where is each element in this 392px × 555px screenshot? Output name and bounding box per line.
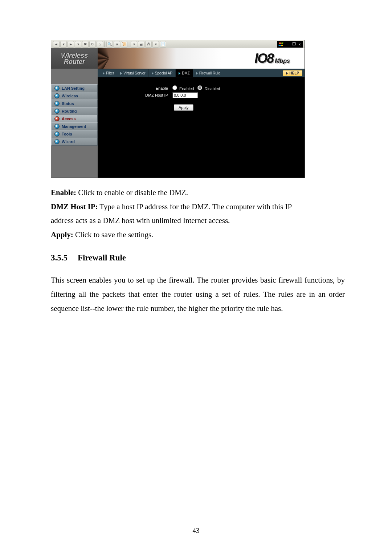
- sidebar-nav: LAN Setting Wireless Status Routing Acce…: [51, 85, 98, 146]
- enable-label: Enable: [109, 85, 170, 92]
- sidebar-item-label: Access: [62, 117, 76, 121]
- browser-toolbar: ◄ ▾ ► ▾ ✖ ⟳ ⌂ 🔍 ★ 📜 ▾ 🖨 W ▾ 📄 – ❐ ×: [51, 40, 305, 48]
- sidebar-item-lan-setting[interactable]: LAN Setting: [51, 84, 98, 92]
- tab-label: Filter: [106, 71, 114, 75]
- bullet-icon: [54, 101, 60, 106]
- forward-icon[interactable]: ►: [68, 41, 74, 48]
- back-icon[interactable]: ◄: [53, 41, 60, 48]
- section-number: 3.5.5: [51, 251, 68, 264]
- sidebar-item-status[interactable]: Status: [51, 100, 98, 108]
- bullet-icon: [54, 124, 60, 129]
- tab-firewall-rule[interactable]: Firewall Rule: [193, 69, 224, 77]
- section-paragraph: This screen enables you to set up the fi…: [51, 273, 345, 316]
- sidebar-item-label: Status: [62, 101, 74, 106]
- apply-def-term: Apply:: [51, 230, 73, 239]
- favorites-icon[interactable]: ★: [114, 41, 120, 48]
- word-icon[interactable]: W: [145, 41, 152, 48]
- sidebar-item-management[interactable]: Management: [51, 122, 98, 130]
- radio-enabled-label: Enabled: [179, 86, 194, 91]
- bullet-icon: [54, 131, 60, 137]
- sidebar-item-access[interactable]: Access: [51, 115, 98, 123]
- dmz-host-ip-label: DMZ Host IP: [109, 92, 170, 99]
- refresh-icon[interactable]: ⟳: [89, 41, 96, 48]
- mail-icon[interactable]: ▾: [131, 41, 137, 48]
- tab-arrow-icon: [152, 72, 154, 75]
- section-title: Firewall Rule: [78, 251, 126, 264]
- tab-virtual-server[interactable]: Virtual Server: [117, 69, 148, 77]
- home-icon[interactable]: ⌂: [97, 41, 103, 48]
- close-icon[interactable]: ×: [299, 42, 301, 46]
- router-banner: Wireless Router IO8Mbps: [51, 48, 305, 69]
- page-number: 43: [0, 527, 392, 535]
- minimize-icon[interactable]: –: [287, 42, 289, 46]
- tab-dmz[interactable]: DMZ: [176, 69, 193, 77]
- stop-icon[interactable]: ✖: [82, 41, 89, 48]
- toolbar-sep: [129, 41, 129, 47]
- sidebar-item-label: Tools: [62, 132, 72, 136]
- section-heading: 3.5.5 Firewall Rule: [51, 251, 345, 264]
- enable-def-text: Click to enable or disable the DMZ.: [76, 188, 188, 197]
- document-body: Enable: Click to enable or disable the D…: [51, 187, 345, 315]
- tab-label: Virtual Server: [123, 71, 145, 75]
- sidebar-item-label: Wireless: [62, 94, 78, 98]
- word-menu-icon[interactable]: ▾: [152, 41, 159, 48]
- tab-arrow-icon: [120, 72, 122, 75]
- brand-line2: Router: [64, 58, 85, 66]
- tab-arrow-icon: [103, 72, 105, 75]
- sidebar-item-label: Wizard: [62, 139, 75, 144]
- speed-unit: Mbps: [275, 58, 290, 64]
- radio-disabled-input[interactable]: [197, 85, 202, 90]
- tab-bar: Filter Virtual Server Special AP DMZ Fir…: [98, 69, 305, 77]
- dmz-def-term: DMZ Host IP:: [51, 202, 98, 211]
- tab-arrow-icon: [179, 72, 180, 75]
- tab-filter[interactable]: Filter: [100, 69, 117, 77]
- dmz-def-text-2: address acts as a DMZ host with unlimite…: [51, 215, 345, 227]
- sidebar-item-wizard[interactable]: Wizard: [51, 138, 98, 146]
- windows-flag-icon: [277, 41, 285, 48]
- help-arrow-icon: [286, 72, 288, 75]
- apply-button[interactable]: Apply: [174, 104, 193, 111]
- enable-def-term: Enable:: [51, 188, 76, 197]
- fwd-menu-icon[interactable]: ▾: [75, 41, 81, 48]
- print-icon[interactable]: 🖨: [138, 41, 144, 48]
- speed-label: IO8Mbps: [254, 51, 290, 66]
- sidebar-item-wireless[interactable]: Wireless: [51, 92, 98, 100]
- bullet-icon: [54, 116, 60, 121]
- dmz-form: Enable Enabled Disabled DMZ Host IP: [98, 77, 305, 178]
- tab-special-ap[interactable]: Special AP: [149, 69, 176, 77]
- tab-label: Special AP: [155, 71, 172, 75]
- bullet-icon: [54, 86, 60, 91]
- help-button[interactable]: HELP: [283, 70, 302, 76]
- radio-disabled-label: Disabled: [205, 86, 220, 91]
- bullet-icon: [54, 93, 60, 98]
- tab-label: DMZ: [182, 71, 190, 75]
- sidebar-item-label: LAN Setting: [62, 86, 85, 90]
- dmz-def-text-1: Type a host IP address for the DMZ. The …: [98, 202, 292, 211]
- sidebar-item-tools[interactable]: Tools: [51, 130, 98, 138]
- bullet-icon: [54, 109, 60, 114]
- speed-value: IO8: [254, 51, 273, 66]
- brand-logo: Wireless Router: [51, 48, 98, 69]
- back-menu-icon[interactable]: ▾: [60, 41, 67, 48]
- radio-enabled[interactable]: Enabled: [172, 85, 194, 91]
- history-icon[interactable]: 📜: [121, 41, 127, 48]
- tab-arrow-icon: [196, 72, 198, 75]
- banner-burst-icon: [98, 48, 156, 69]
- apply-def-text: Click to save the settings.: [73, 230, 153, 239]
- sidebar-item-label: Management: [62, 124, 86, 129]
- sidebar-item-label: Routing: [62, 109, 77, 113]
- help-label: HELP: [289, 71, 299, 75]
- router-screenshot: ◄ ▾ ► ▾ ✖ ⟳ ⌂ 🔍 ★ 📜 ▾ 🖨 W ▾ 📄 – ❐ ×: [51, 40, 305, 178]
- window-controls[interactable]: – ❐ ×: [285, 41, 303, 48]
- page-icon[interactable]: 📄: [160, 41, 166, 48]
- bullet-icon: [54, 139, 60, 144]
- radio-disabled[interactable]: Disabled: [197, 85, 220, 91]
- restore-icon[interactable]: ❐: [292, 42, 296, 46]
- toolbar-sep: [105, 41, 105, 47]
- search-icon[interactable]: 🔍: [106, 41, 113, 48]
- sidebar-item-routing[interactable]: Routing: [51, 107, 98, 115]
- radio-enabled-input[interactable]: [172, 85, 177, 90]
- tab-label: Firewall Rule: [199, 71, 220, 75]
- dmz-host-ip-input[interactable]: [172, 92, 198, 98]
